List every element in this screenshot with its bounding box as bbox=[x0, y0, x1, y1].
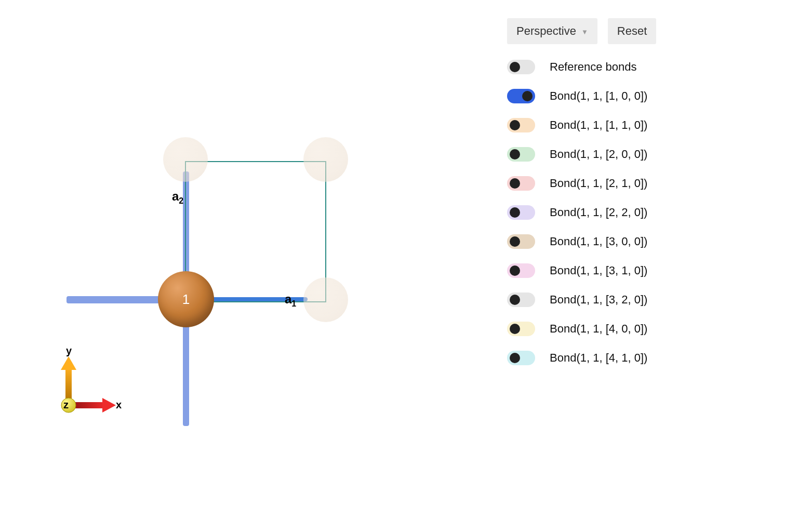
axis-label-a2: a2 bbox=[172, 189, 183, 206]
controls-panel: Perspective▼ Reset Reference bonds Bond(… bbox=[507, 18, 694, 365]
atom-1[interactable]: 1 bbox=[158, 271, 214, 327]
legend-item-bond-9: Bond(1, 1, [4, 1, 0]) bbox=[507, 351, 694, 365]
compass-x-label: x bbox=[116, 399, 122, 410]
legend-item-bond-6: Bond(1, 1, [3, 1, 0]) bbox=[507, 263, 694, 278]
legend-label-bond-5: Bond(1, 1, [3, 0, 0]) bbox=[550, 235, 647, 248]
legend-item-bond-7: Bond(1, 1, [3, 2, 0]) bbox=[507, 292, 694, 307]
compass-y-head bbox=[61, 356, 76, 370]
bond-legend: Reference bonds Bond(1, 1, [1, 0, 0])Bon… bbox=[507, 60, 694, 365]
toggle-bond-7[interactable] bbox=[507, 292, 535, 307]
bond-down bbox=[183, 322, 189, 426]
axis-label-a1: a1 bbox=[285, 292, 296, 309]
legend-label-bond-2: Bond(1, 1, [2, 0, 0]) bbox=[550, 148, 647, 161]
view-mode-dropdown[interactable]: Perspective▼ bbox=[507, 18, 597, 44]
legend-label-bond-8: Bond(1, 1, [4, 0, 0]) bbox=[550, 322, 647, 336]
legend-item-bond-8: Bond(1, 1, [4, 0, 0]) bbox=[507, 322, 694, 336]
chevron-down-icon: ▼ bbox=[581, 28, 588, 36]
compass-x-head bbox=[102, 398, 116, 413]
legend-item-bond-1: Bond(1, 1, [1, 1, 0]) bbox=[507, 118, 694, 132]
reset-button[interactable]: Reset bbox=[608, 18, 656, 44]
bond-left bbox=[66, 296, 164, 303]
legend-label-bond-9: Bond(1, 1, [4, 1, 0]) bbox=[550, 351, 647, 365]
ghost-atom-top-right bbox=[303, 137, 348, 182]
toggle-bond-2[interactable] bbox=[507, 147, 535, 162]
legend-item-bond-2: Bond(1, 1, [2, 0, 0]) bbox=[507, 147, 694, 162]
compass-z-label: z bbox=[63, 399, 69, 410]
legend-item-bond-0: Bond(1, 1, [1, 0, 0]) bbox=[507, 89, 694, 103]
axis-compass[interactable]: z x y bbox=[55, 355, 122, 423]
legend-label-bond-1: Bond(1, 1, [1, 1, 0]) bbox=[550, 118, 647, 132]
toggle-bond-5[interactable] bbox=[507, 234, 535, 249]
legend-item-bond-3: Bond(1, 1, [2, 1, 0]) bbox=[507, 176, 694, 191]
legend-label-bond-7: Bond(1, 1, [3, 2, 0]) bbox=[550, 293, 647, 307]
toggle-bond-6[interactable] bbox=[507, 263, 535, 278]
toggle-bond-4[interactable] bbox=[507, 205, 535, 220]
legend-label-bond-0: Bond(1, 1, [1, 0, 0]) bbox=[550, 89, 647, 103]
controls-row: Perspective▼ Reset bbox=[507, 18, 694, 44]
ghost-atom-top-left bbox=[163, 137, 208, 182]
toggle-reference-bonds[interactable] bbox=[507, 60, 535, 74]
legend-label-reference: Reference bonds bbox=[550, 60, 637, 74]
toggle-bond-9[interactable] bbox=[507, 351, 535, 365]
toggle-bond-1[interactable] bbox=[507, 118, 535, 132]
toggle-bond-0[interactable] bbox=[507, 89, 535, 103]
legend-label-bond-3: Bond(1, 1, [2, 1, 0]) bbox=[550, 177, 647, 190]
compass-y-label: y bbox=[66, 345, 72, 356]
legend-item-bond-4: Bond(1, 1, [2, 2, 0]) bbox=[507, 205, 694, 220]
legend-label-bond-4: Bond(1, 1, [2, 2, 0]) bbox=[550, 206, 647, 219]
legend-item-bond-5: Bond(1, 1, [3, 0, 0]) bbox=[507, 234, 694, 249]
legend-label-bond-6: Bond(1, 1, [3, 1, 0]) bbox=[550, 264, 647, 277]
legend-item-reference: Reference bonds bbox=[507, 60, 694, 74]
toggle-bond-3[interactable] bbox=[507, 176, 535, 191]
ghost-atom-bottom-right bbox=[303, 277, 348, 322]
atom-1-label: 1 bbox=[182, 291, 190, 308]
toggle-bond-8[interactable] bbox=[507, 322, 535, 336]
